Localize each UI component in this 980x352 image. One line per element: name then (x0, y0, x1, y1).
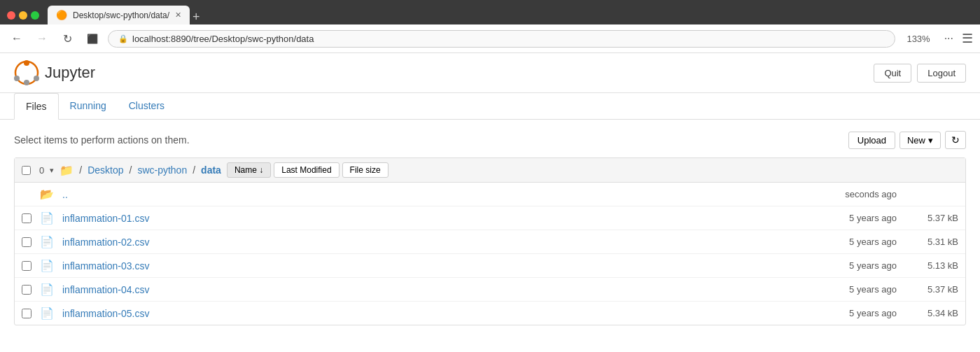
item-count: 0 (39, 165, 44, 176)
file-link[interactable]: inflammation-03.csv (62, 260, 779, 272)
table-row: 📄 inflammation-02.csv 5 years ago 5.31 k… (15, 230, 965, 254)
sort-size-button[interactable]: File size (342, 162, 388, 178)
close-dot[interactable] (7, 11, 15, 20)
active-tab[interactable]: 🟠 Desktop/swc-python/data/ ✕ (48, 6, 190, 24)
toolbar-right: Upload New ▾ ↻ (848, 131, 966, 149)
home-button[interactable]: ⬛ (83, 29, 102, 48)
sort-buttons: Name ↓ Last Modified File size (227, 162, 388, 178)
file-modified: 5 years ago (785, 213, 897, 223)
file-size: 5.37 kB (902, 213, 958, 223)
parent-dir-link[interactable]: .. (62, 189, 779, 200)
new-dropdown-icon: ▾ (928, 135, 933, 146)
file-link[interactable]: inflammation-05.csv (62, 308, 779, 319)
select-hint: Select items to perform actions on them. (14, 134, 190, 146)
sort-modified-button[interactable]: Last Modified (274, 162, 339, 178)
file-link[interactable]: inflammation-02.csv (62, 237, 779, 248)
file-icon: 📄 (40, 307, 54, 320)
row-checkbox[interactable] (22, 237, 31, 247)
security-icon: 🔒 (118, 34, 128, 43)
browser-chrome: 🟠 Desktop/swc-python/data/ ✕ + (0, 0, 980, 24)
tab-running[interactable]: Running (59, 93, 118, 120)
address-bar: ← → ↻ ⬛ 🔒 localhost:8890/tree/Desktop/sw… (0, 24, 980, 53)
sort-name-button[interactable]: Name ↓ (227, 162, 271, 178)
row-checkbox[interactable] (22, 213, 31, 223)
file-link[interactable]: inflammation-01.csv (62, 213, 779, 224)
file-browser: Select items to perform actions on them.… (0, 120, 980, 337)
file-link[interactable]: inflammation-04.csv (62, 284, 779, 295)
table-row: 📂 .. seconds ago (15, 183, 965, 206)
file-table: 0 ▾ 📁 / Desktop / swc-python / data Name… (14, 157, 966, 325)
logout-button[interactable]: Logout (917, 64, 966, 83)
table-row: 📄 inflammation-04.csv 5 years ago 5.37 k… (15, 278, 965, 302)
row-checkbox[interactable] (22, 261, 31, 271)
folder-up-icon: 📂 (40, 188, 54, 201)
table-row: 📄 inflammation-01.csv 5 years ago 5.37 k… (15, 206, 965, 230)
file-modified: 5 years ago (785, 284, 897, 295)
tab-clusters[interactable]: Clusters (118, 93, 176, 120)
table-row: 📄 inflammation-05.csv 5 years ago 5.34 k… (15, 302, 965, 325)
file-icon: 📄 (40, 235, 54, 248)
tab-title: Desktop/swc-python/data/ (73, 10, 169, 20)
reload-button[interactable]: ↻ (57, 29, 77, 48)
breadcrumb-folder-icon: 📁 (59, 164, 74, 177)
url-bar[interactable]: 🔒 localhost:8890/tree/Desktop/swc-python… (108, 30, 895, 48)
parent-dir-modified: seconds ago (785, 189, 897, 199)
file-rows: 📄 inflammation-01.csv 5 years ago 5.37 k… (15, 206, 965, 325)
row-checkbox[interactable] (22, 285, 31, 295)
forward-button[interactable]: → (32, 29, 52, 48)
breadcrumb-dropdown[interactable]: ▾ (50, 166, 54, 175)
main-menu-button[interactable]: ☰ (962, 31, 973, 46)
file-size: 5.13 kB (902, 260, 958, 271)
row-checkbox[interactable] (22, 309, 31, 318)
tab-files[interactable]: Files (14, 93, 59, 120)
jupyter-header: Jupyter Quit Logout (0, 53, 980, 93)
breadcrumb-sep-0: / (79, 164, 82, 176)
svg-point-2 (24, 80, 29, 85)
file-table-header: 0 ▾ 📁 / Desktop / swc-python / data Name… (15, 158, 965, 183)
breadcrumb-sep-1: / (129, 164, 132, 176)
upload-button[interactable]: Upload (848, 132, 895, 149)
new-button[interactable]: New ▾ (899, 132, 941, 149)
refresh-button[interactable]: ↻ (945, 131, 966, 149)
tab-bar: 🟠 Desktop/swc-python/data/ ✕ + (48, 6, 973, 24)
svg-point-4 (34, 76, 39, 81)
breadcrumb-sep-2: / (192, 164, 195, 176)
file-size: 5.34 kB (902, 308, 958, 318)
file-size: 5.31 kB (902, 237, 958, 247)
file-browser-toolbar: Select items to perform actions on them.… (14, 131, 966, 149)
file-icon: 📄 (40, 211, 54, 225)
zoom-level: 133% (901, 34, 935, 44)
minimize-dot[interactable] (19, 11, 27, 20)
tab-favicon: 🟠 (56, 10, 67, 20)
svg-point-3 (14, 76, 20, 81)
new-tab-button[interactable]: + (192, 10, 200, 24)
svg-point-1 (24, 60, 29, 66)
breadcrumb-desktop[interactable]: Desktop (88, 164, 123, 176)
file-icon: 📄 (40, 259, 54, 272)
maximize-dot[interactable] (31, 11, 39, 20)
back-button[interactable]: ← (7, 29, 27, 48)
file-modified: 5 years ago (785, 308, 897, 318)
jupyter-logo: Jupyter (14, 60, 95, 85)
table-row: 📄 inflammation-03.csv 5 years ago 5.13 k… (15, 254, 965, 278)
select-all-checkbox[interactable] (22, 166, 31, 175)
jupyter-logo-icon (14, 60, 39, 85)
url-text: localhost:8890/tree/Desktop/swc-python/d… (132, 34, 314, 44)
tab-navigation: Files Running Clusters (0, 93, 980, 120)
new-button-label: New (907, 135, 925, 146)
file-modified: 5 years ago (785, 260, 897, 271)
quit-button[interactable]: Quit (874, 64, 911, 83)
file-modified: 5 years ago (785, 237, 897, 247)
breadcrumb-swc-python[interactable]: swc-python (137, 164, 187, 176)
jupyter-actions: Quit Logout (874, 64, 966, 83)
file-size: 5.37 kB (902, 284, 958, 295)
tab-close-button[interactable]: ✕ (175, 10, 181, 20)
file-icon: 📄 (40, 283, 54, 296)
window-controls (7, 11, 39, 20)
jupyter-logo-text: Jupyter (45, 64, 95, 82)
breadcrumb-data: data (201, 164, 221, 176)
more-options-button[interactable]: ··· (941, 32, 956, 45)
